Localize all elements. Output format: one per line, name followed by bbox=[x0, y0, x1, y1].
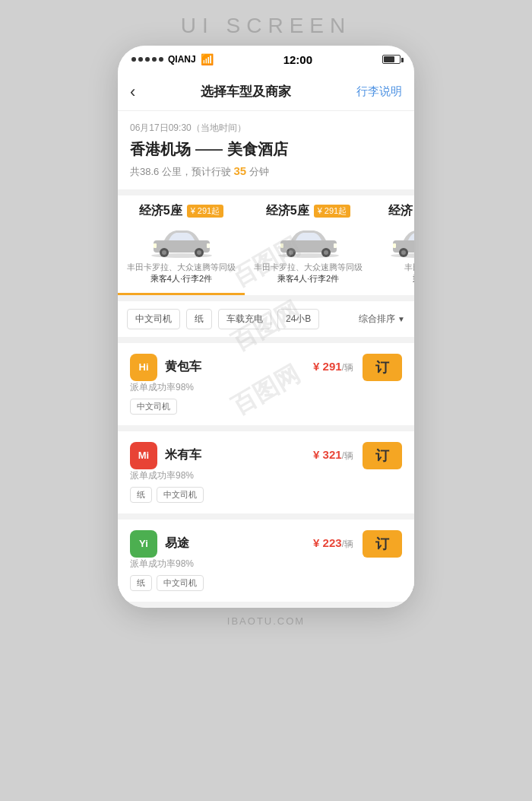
vendor-success-rate-huangbao: 派单成功率98% bbox=[130, 381, 402, 394]
route-time: 06月17日09:30（当地时间） bbox=[130, 122, 402, 135]
battery-fill bbox=[384, 56, 394, 62]
vendor-info-yitu: 易途 bbox=[165, 536, 313, 551]
clock-display: 12:00 bbox=[283, 53, 312, 66]
car-type-price-1: ¥ 291起 bbox=[314, 205, 351, 218]
vendor-price-area-yitu: ¥ 223/辆 bbox=[313, 536, 353, 551]
vendor-name-huangbao: 黄包车 bbox=[165, 359, 313, 375]
bottom-brand: IBAOTU.COM bbox=[227, 615, 305, 627]
vendor-card-yitu: Yi 易途 ¥ 223/辆 订 派单成功率98% 纸中文司机 bbox=[118, 520, 414, 602]
battery-icon bbox=[382, 55, 401, 64]
svg-rect-6 bbox=[207, 243, 210, 248]
vendor-price-miyouche: ¥ 321 bbox=[313, 448, 342, 461]
svg-point-13 bbox=[324, 250, 328, 255]
svg-point-19 bbox=[401, 250, 406, 255]
car-type-scroll: 经济5座 ¥ 291起 丰田卡罗拉、大众速腾等同级 乘客4人·行李2件 经济5座… bbox=[118, 195, 414, 295]
vendor-tags-yitu: 纸中文司机 bbox=[130, 575, 402, 591]
car-desc-2: 丰田卡罗 乘客 bbox=[381, 262, 414, 285]
svg-rect-7 bbox=[154, 243, 157, 248]
car-type-item-2[interactable]: 经济 ¥ 291起 丰田卡罗 乘客 bbox=[372, 195, 414, 295]
car-image-2 bbox=[387, 222, 414, 259]
car-desc-line2-2: 乘客 bbox=[381, 273, 414, 284]
vendor-tags-miyouche: 纸中文司机 bbox=[130, 487, 402, 503]
status-bar: QIANJ 📶 12:00 bbox=[118, 46, 414, 73]
carrier-label: QIANJ bbox=[168, 54, 196, 65]
route-main: 香港机场 —— 美食酒店 bbox=[130, 139, 402, 160]
vendor-logo-huangbao: Hi bbox=[130, 354, 157, 381]
car-type-item-0[interactable]: 经济5座 ¥ 291起 丰田卡罗拉、大众速腾等同级 乘客4人·行李2件 bbox=[118, 195, 245, 295]
car-type-name-2: 经济 bbox=[388, 203, 413, 219]
vendor-success-rate-yitu: 派单成功率98% bbox=[130, 558, 402, 571]
route-arrow: —— bbox=[195, 141, 223, 157]
vendor-price-unit-miyouche: /辆 bbox=[342, 450, 353, 461]
vendor-tag-miyouche-1: 中文司机 bbox=[157, 487, 204, 503]
car-image-0 bbox=[147, 222, 216, 259]
order-button-yitu[interactable]: 订 bbox=[363, 530, 402, 558]
vendor-tag-miyouche-0: 纸 bbox=[130, 487, 152, 503]
vendor-price-area-huangbao: ¥ 291/辆 bbox=[313, 360, 353, 374]
vendor-row-main-yitu: Yi 易途 ¥ 223/辆 订 bbox=[130, 530, 402, 558]
vendor-price-area-miyouche: ¥ 321/辆 bbox=[313, 448, 353, 462]
back-button[interactable]: ‹ bbox=[130, 82, 135, 102]
status-right bbox=[382, 55, 401, 64]
screen-title-label: UI SCREEN bbox=[181, 14, 351, 38]
filter-bar: 中文司机纸车载充电24小B综合排序▼ bbox=[118, 301, 414, 337]
vendor-info-miyouche: 米有车 bbox=[165, 447, 313, 463]
car-type-item-1[interactable]: 经济5座 ¥ 291起 丰田卡罗拉、大众速腾等同级 乘客4人·行李2件 bbox=[245, 195, 372, 295]
route-card: 06月17日09:30（当地时间） 香港机场 —— 美食酒店 共38.6 公里，… bbox=[118, 111, 414, 189]
car-type-name-0: 经济5座 bbox=[139, 203, 182, 219]
vendor-row-main-huangbao: Hi 黄包车 ¥ 291/辆 订 bbox=[130, 354, 402, 381]
filter-tag-0[interactable]: 中文司机 bbox=[127, 309, 180, 329]
car-type-name-1: 经济5座 bbox=[266, 203, 309, 219]
car-desc-0: 丰田卡罗拉、大众速腾等同级 乘客4人·行李2件 bbox=[127, 262, 236, 285]
chevron-down-icon: ▼ bbox=[397, 315, 405, 323]
filter-tag-2[interactable]: 车载充电 bbox=[218, 309, 271, 329]
vendor-name-miyouche: 米有车 bbox=[165, 447, 313, 463]
order-button-miyouche[interactable]: 订 bbox=[363, 442, 402, 469]
phone-frame: QIANJ 📶 12:00 ‹ 选择车型及商家 行李说明 06月17日09:30… bbox=[118, 46, 414, 608]
content-area: 06月17日09:30（当地时间） 香港机场 —— 美食酒店 共38.6 公里，… bbox=[118, 111, 414, 608]
filter-sort-4[interactable]: 综合排序▼ bbox=[359, 313, 405, 326]
vendor-list: Hi 黄包车 ¥ 291/辆 订 派单成功率98% 中文司机 Mi 米有车 ¥ … bbox=[118, 343, 414, 602]
car-desc-line1-0: 丰田卡罗拉、大众速腾等同级 bbox=[127, 262, 236, 273]
route-minutes: 35 bbox=[234, 164, 247, 177]
vendor-price-yitu: ¥ 223 bbox=[313, 536, 342, 549]
vendor-tag-yitu-0: 纸 bbox=[130, 575, 152, 591]
nav-bar: ‹ 选择车型及商家 行李说明 bbox=[118, 73, 414, 111]
filter-sort-label-4: 综合排序 bbox=[359, 313, 395, 326]
filter-tag-1[interactable]: 纸 bbox=[186, 309, 212, 329]
vendor-name-yitu: 易途 bbox=[165, 536, 313, 551]
svg-rect-23 bbox=[393, 243, 396, 248]
svg-point-5 bbox=[197, 250, 201, 255]
svg-point-3 bbox=[162, 250, 166, 255]
route-to: 美食酒店 bbox=[227, 139, 288, 160]
vendor-info-huangbao: 黄包车 bbox=[165, 359, 313, 375]
vendor-card-miyouche: Mi 米有车 ¥ 321/辆 订 派单成功率98% 纸中文司机 bbox=[118, 431, 414, 513]
vendor-logo-miyouche: Mi bbox=[130, 442, 157, 469]
vendor-success-rate-miyouche: 派单成功率98% bbox=[130, 469, 402, 482]
car-type-price-0: ¥ 291起 bbox=[187, 205, 224, 218]
vendor-price-unit-huangbao: /辆 bbox=[342, 362, 353, 373]
filter-tag-3[interactable]: 24小B bbox=[277, 309, 319, 329]
vendor-card-huangbao: Hi 黄包车 ¥ 291/辆 订 派单成功率98% 中文司机 bbox=[118, 343, 414, 425]
vendor-tags-huangbao: 中文司机 bbox=[130, 399, 402, 415]
car-desc-line1-2: 丰田卡罗 bbox=[381, 262, 414, 273]
route-detail: 共38.6 公里，预计行驶 35 分钟 bbox=[130, 164, 402, 179]
luggage-info-link[interactable]: 行李说明 bbox=[356, 84, 402, 99]
wifi-icon: 📶 bbox=[201, 53, 214, 65]
car-desc-1: 丰田卡罗拉、大众速腾等同级 乘客4人·行李2件 bbox=[254, 262, 363, 285]
car-desc-line2-1: 乘客4人·行李2件 bbox=[254, 273, 363, 284]
status-left: QIANJ 📶 bbox=[131, 53, 214, 65]
order-button-huangbao[interactable]: 订 bbox=[363, 354, 402, 381]
svg-point-11 bbox=[289, 250, 293, 255]
car-desc-line2-0: 乘客4人·行李2件 bbox=[127, 273, 236, 284]
vendor-logo-yitu: Yi bbox=[130, 530, 157, 558]
vendor-price-huangbao: ¥ 291 bbox=[313, 360, 342, 373]
car-image-1 bbox=[274, 222, 343, 259]
vendor-tag-huangbao-0: 中文司机 bbox=[130, 399, 177, 415]
signal-dots bbox=[131, 57, 163, 62]
route-from: 香港机场 bbox=[130, 139, 191, 160]
vendor-price-unit-yitu: /辆 bbox=[342, 539, 353, 549]
page-title: 选择车型及商家 bbox=[201, 83, 291, 100]
vendor-row-main-miyouche: Mi 米有车 ¥ 321/辆 订 bbox=[130, 442, 402, 469]
svg-rect-14 bbox=[334, 243, 337, 248]
